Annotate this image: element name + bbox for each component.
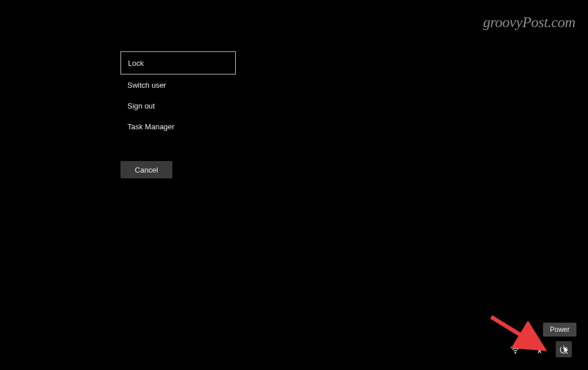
svg-point-0: [515, 352, 516, 353]
power-tooltip: Power: [543, 323, 576, 337]
security-menu: Lock Switch user Sign out Task Manager C…: [120, 51, 236, 178]
watermark: groovyPost.com: [483, 14, 575, 31]
accessibility-icon: [534, 344, 545, 354]
menu-item-label: Sign out: [127, 102, 155, 110]
menu-item-lock[interactable]: Lock: [120, 51, 236, 74]
wifi-button[interactable]: [507, 341, 523, 357]
power-icon: [559, 345, 568, 354]
power-button[interactable]: [556, 341, 572, 357]
menu-item-sign-out[interactable]: Sign out: [120, 95, 236, 116]
menu-item-task-manager[interactable]: Task Manager: [120, 116, 236, 137]
svg-point-1: [539, 345, 541, 347]
action-bar: [507, 341, 572, 357]
menu-item-label: Lock: [128, 59, 144, 68]
menu-item-label: Switch user: [127, 81, 166, 89]
wifi-icon: [510, 344, 521, 354]
cancel-button-label: Cancel: [135, 166, 158, 174]
menu-item-switch-user[interactable]: Switch user: [120, 74, 236, 95]
menu-item-label: Task Manager: [127, 122, 175, 131]
accessibility-button[interactable]: [532, 341, 548, 357]
cancel-button[interactable]: Cancel: [120, 161, 172, 178]
